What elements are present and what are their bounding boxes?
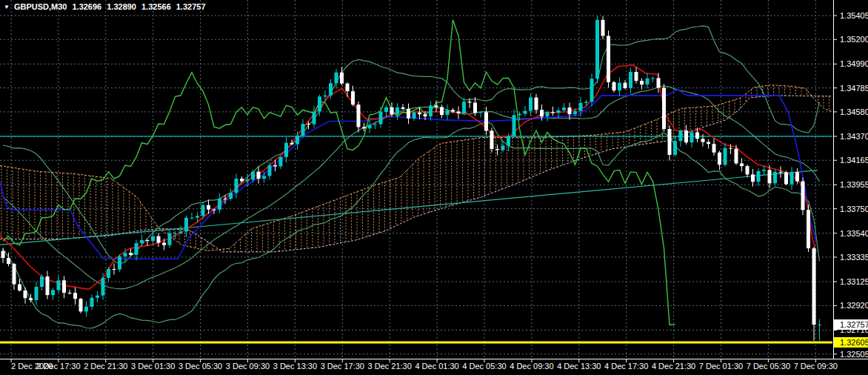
- svg-text:1.34165: 1.34165: [840, 156, 868, 165]
- chart-window: ▼GBPUSD,M301.326961.328901.325661.32757 …: [0, 0, 868, 375]
- svg-text:7 Dec 01:30: 7 Dec 01:30: [699, 362, 743, 371]
- price-axis[interactable]: 1.354051.352001.349901.347851.345801.343…: [833, 0, 868, 359]
- candles: [1, 16, 822, 340]
- svg-text:1.34785: 1.34785: [840, 84, 868, 93]
- grid: [0, 0, 832, 359]
- trendline[interactable]: [0, 170, 818, 245]
- symbol-period-label: GBPUSD,M30: [14, 2, 67, 11]
- svg-text:4 Dec 09:30: 4 Dec 09:30: [510, 362, 553, 371]
- svg-text:3 Dec 05:30: 3 Dec 05:30: [178, 362, 222, 371]
- svg-text:1.35200: 1.35200: [840, 35, 868, 44]
- svg-text:4 Dec 21:30: 4 Dec 21:30: [652, 362, 695, 371]
- svg-text:1.35405: 1.35405: [840, 11, 868, 20]
- svg-text:1.33750: 1.33750: [840, 205, 868, 213]
- svg-text:2 Dec 17:30: 2 Dec 17:30: [36, 362, 80, 371]
- svg-text:4 Dec 01:30: 4 Dec 01:30: [415, 362, 458, 371]
- svg-text:3 Dec 21:30: 3 Dec 21:30: [368, 362, 412, 371]
- svg-text:1.33540: 1.33540: [840, 229, 868, 238]
- svg-text:1.32505: 1.32505: [840, 350, 868, 359]
- svg-text:1.32605: 1.32605: [840, 338, 868, 347]
- svg-text:3 Dec 17:30: 3 Dec 17:30: [321, 362, 364, 371]
- svg-text:7 Dec 09:30: 7 Dec 09:30: [794, 362, 838, 371]
- open-value: 1.32696: [72, 2, 101, 11]
- svg-text:1.32920: 1.32920: [840, 301, 868, 310]
- low-value: 1.32566: [141, 2, 171, 11]
- yellow-line-price-label: 1.32605: [834, 337, 868, 348]
- bollinger-bands: [3, 26, 820, 328]
- dropdown-triangle-icon[interactable]: ▼: [4, 4, 10, 10]
- svg-text:3 Dec 01:30: 3 Dec 01:30: [131, 362, 175, 371]
- svg-text:7 Dec 05:30: 7 Dec 05:30: [747, 362, 790, 371]
- svg-text:1.34990: 1.34990: [840, 59, 868, 68]
- svg-text:2 Dec 21:30: 2 Dec 21:30: [84, 362, 127, 371]
- svg-text:3 Dec 13:30: 3 Dec 13:30: [273, 362, 317, 371]
- ichimoku-lines: [0, 65, 816, 289]
- chart-ohlc-header: ▼GBPUSD,M301.326961.328901.325661.32757: [4, 2, 211, 11]
- svg-text:1.33125: 1.33125: [840, 277, 868, 286]
- close-value: 1.32757: [176, 2, 206, 11]
- svg-text:4 Dec 17:30: 4 Dec 17:30: [604, 362, 648, 371]
- bid-price-label: 1.32757: [834, 319, 868, 330]
- svg-text:4 Dec 05:30: 4 Dec 05:30: [462, 362, 506, 371]
- svg-text:1.32757: 1.32757: [840, 320, 868, 329]
- svg-text:1.34580: 1.34580: [840, 107, 868, 116]
- high-value: 1.32890: [107, 2, 136, 11]
- ichimoku-cloud: [0, 85, 868, 252]
- svg-text:1.33335: 1.33335: [840, 253, 868, 262]
- price-chart-canvas[interactable]: 1.354051.352001.349901.347851.345801.343…: [0, 0, 868, 375]
- svg-text:3 Dec 09:30: 3 Dec 09:30: [226, 362, 270, 371]
- time-axis[interactable]: 2 Dec 20202 Dec 17:302 Dec 21:303 Dec 01…: [0, 359, 868, 371]
- svg-text:1.33955: 1.33955: [840, 180, 868, 189]
- svg-text:4 Dec 13:30: 4 Dec 13:30: [557, 362, 601, 371]
- svg-text:1.34370: 1.34370: [840, 132, 868, 141]
